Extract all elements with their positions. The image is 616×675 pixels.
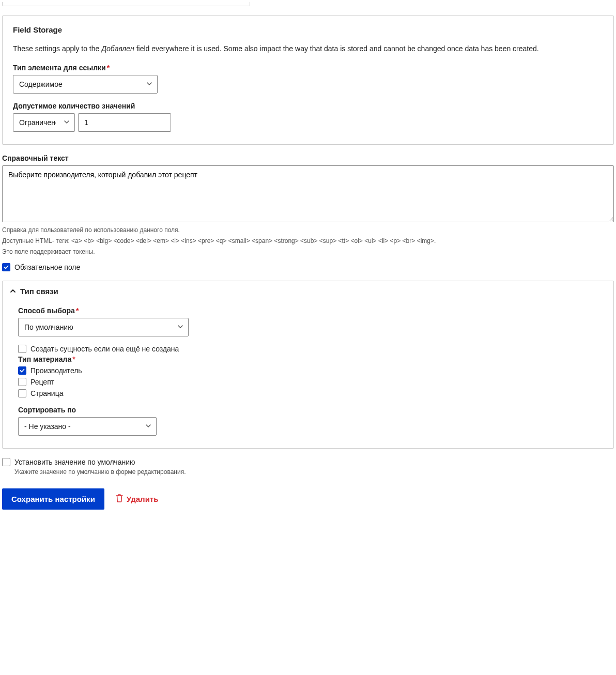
- bundles-item: Тип материала* Производитель Рецепт: [18, 355, 598, 397]
- bundles-label: Тип материала*: [18, 355, 598, 363]
- sort-select-wrap: - Не указано -: [18, 417, 157, 436]
- selection-method-label: Способ выбора*: [18, 306, 598, 315]
- bundle-label-2[interactable]: Страница: [30, 389, 63, 397]
- bundle-checkbox-0[interactable]: [18, 366, 26, 375]
- save-button[interactable]: Сохранить настройки: [2, 488, 104, 510]
- sort-select[interactable]: - Не указано -: [18, 417, 157, 436]
- default-value-checkbox[interactable]: [2, 458, 10, 466]
- target-type-select-wrap: Содержимое: [13, 75, 158, 94]
- delete-button-label: Удалить: [127, 495, 159, 503]
- default-value-row: Установить значение по умолчанию: [2, 458, 614, 466]
- reference-type-summary-text: Тип связи: [20, 287, 58, 296]
- target-type-label: Тип элемента для ссылки*: [13, 64, 603, 72]
- auto-create-label[interactable]: Создать сущность если она ещё не создана: [30, 345, 179, 353]
- cardinality-item: Допустимое количество значений Ограничен…: [13, 102, 603, 132]
- selection-method-select-wrap: По умолчанию: [18, 318, 189, 336]
- form-actions: Сохранить настройки Удалить: [2, 488, 614, 510]
- required-marker: *: [72, 355, 75, 363]
- bundle-row-2: Страница: [18, 389, 598, 397]
- text: These settings apply to the: [13, 44, 101, 53]
- reference-type-body: Способ выбора* По умолчанию Создать сущн…: [3, 301, 613, 448]
- bundle-row-1: Рецепт: [18, 378, 598, 386]
- help-text-desc-3: Это поле поддерживает токены.: [2, 248, 614, 256]
- label-text: Тип элемента для ссылки: [13, 64, 106, 72]
- default-value-section: Установить значение по умолчанию Укажите…: [2, 458, 614, 475]
- bundle-label-0[interactable]: Производитель: [30, 366, 82, 375]
- label-text: Способ выбора: [18, 306, 75, 315]
- reference-type-details: Тип связи Способ выбора* По умолчанию Со…: [2, 281, 614, 449]
- cardinality-select[interactable]: Ограничено: [13, 113, 75, 132]
- required-checkbox[interactable]: [2, 263, 10, 271]
- auto-create-row: Создать сущность если она ещё не создана: [18, 345, 598, 353]
- text: field everywhere it is used. Some also i…: [134, 44, 539, 53]
- bundle-row-0: Производитель: [18, 366, 598, 375]
- help-text-desc-2: Доступные HTML- теги: <a> <b> <big> <cod…: [2, 237, 614, 246]
- cardinality-label: Допустимое количество значений: [13, 102, 603, 110]
- bundles-group: Производитель Рецепт Страница: [18, 366, 598, 397]
- delete-button[interactable]: Удалить: [114, 488, 161, 510]
- target-type-item: Тип элемента для ссылки* Содержимое: [13, 64, 603, 94]
- default-value-label[interactable]: Установить значение по умолчанию: [14, 458, 135, 466]
- sort-label: Сортировать по: [18, 406, 598, 414]
- bundle-checkbox-1[interactable]: [18, 378, 26, 386]
- help-text-textarea[interactable]: Выберите производителя, который добавил …: [2, 165, 614, 222]
- required-checkbox-label[interactable]: Обязательное поле: [14, 263, 80, 271]
- truncated-field-above: [2, 2, 250, 6]
- field-name-emphasis: Добавлен: [101, 44, 134, 53]
- default-value-description: Укажите значение по умолчанию в форме ре…: [14, 468, 614, 475]
- required-marker: *: [76, 306, 79, 315]
- bundle-checkbox-2[interactable]: [18, 389, 26, 397]
- selection-method-item: Способ выбора* По умолчанию: [18, 306, 598, 336]
- help-text-desc-1: Справка для пользователей по использован…: [2, 226, 614, 235]
- field-storage-panel: Field Storage These settings apply to th…: [2, 16, 614, 145]
- selection-method-select[interactable]: По умолчанию: [18, 318, 189, 336]
- field-storage-description: These settings apply to the Добавлен fie…: [13, 43, 603, 54]
- required-field-row: Обязательное поле: [2, 263, 614, 271]
- cardinality-select-wrap: Ограничено: [13, 113, 75, 132]
- cardinality-number-input[interactable]: [78, 113, 171, 132]
- reference-type-summary[interactable]: Тип связи: [3, 281, 613, 301]
- bundle-label-1[interactable]: Рецепт: [30, 378, 54, 386]
- chevron-up-icon: [10, 287, 16, 296]
- help-text-label: Справочный текст: [2, 154, 614, 162]
- field-storage-title: Field Storage: [13, 25, 603, 34]
- help-text-section: Справочный текст Выберите производителя,…: [2, 154, 614, 256]
- required-marker: *: [107, 64, 110, 72]
- auto-create-checkbox[interactable]: [18, 345, 26, 353]
- sort-item: Сортировать по - Не указано -: [18, 406, 598, 436]
- label-text: Тип материала: [18, 355, 71, 363]
- trash-icon: [116, 494, 123, 504]
- target-type-select[interactable]: Содержимое: [13, 75, 158, 94]
